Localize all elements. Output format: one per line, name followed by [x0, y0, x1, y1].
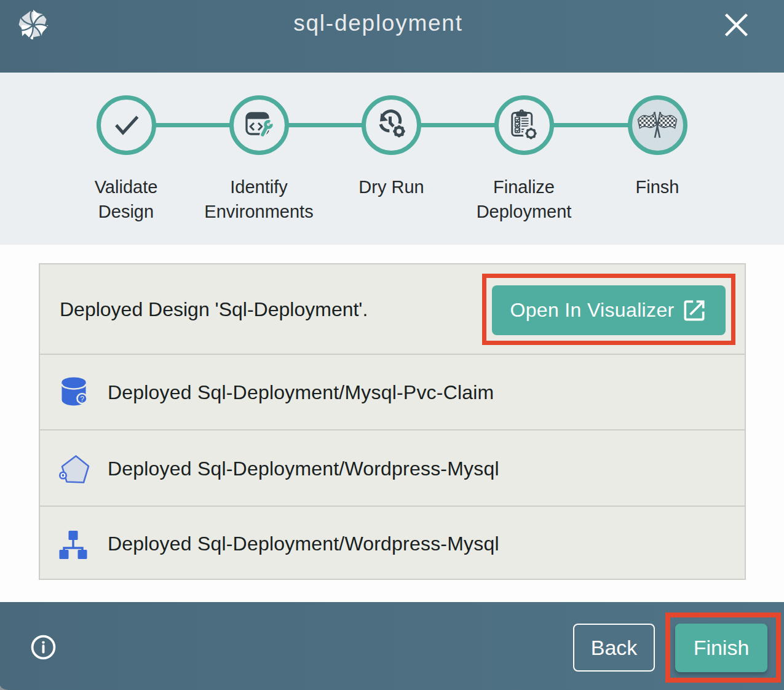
svg-text:?: ?	[80, 395, 84, 403]
